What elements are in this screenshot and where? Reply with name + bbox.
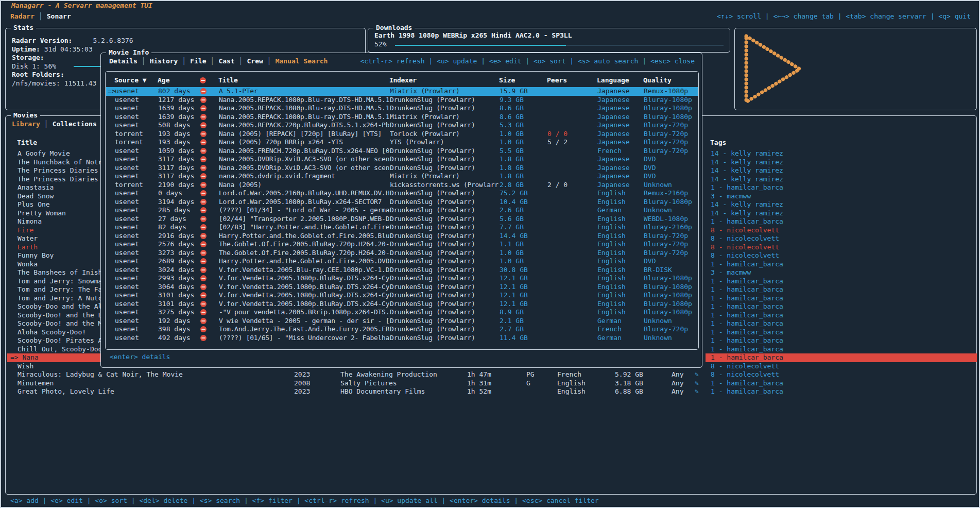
search-result-row[interactable]: usenet3273 daysThe.Goblet.Of.Fire.2005.B… — [106, 249, 698, 258]
movie-year: 2008 — [294, 379, 310, 388]
header-age[interactable]: Age — [158, 76, 169, 85]
search-result-row[interactable]: torrent193 daysNana (2005) 720p BRRip x2… — [106, 138, 698, 147]
result-language: English — [597, 249, 626, 258]
search-result-row[interactable]: usenet82 days[02/83] "Harry.Potter.and.t… — [106, 223, 698, 232]
search-result-row[interactable]: usenet3275 days-"V pour vendetta.2005.BR… — [106, 308, 698, 317]
result-title: V.for.Vendetta.2005.1080p.BluRay.DTS.x26… — [219, 291, 389, 300]
result-indexer: DrunkenSlug (Prowlarr) — [390, 334, 499, 343]
movie-row[interactable]: Great Photo, Lovely Life2023HBO Document… — [6, 387, 976, 396]
result-title: Nana.2005.DVDRip.XviD.AC3-SVO (or other … — [219, 155, 389, 164]
movie-title: Chill Out, Scooby-Doo — [7, 345, 102, 354]
result-quality: Bluray-720p — [644, 138, 688, 147]
modal-tab-cast[interactable]: Cast — [218, 57, 234, 65]
result-title: The.Goblet.Of.Fire.2005.BluRay.720p.H264… — [219, 249, 389, 258]
result-language: English — [597, 198, 626, 207]
search-result-row[interactable]: usenet398 daysTom.And.Jerry.The.Fast.And… — [106, 325, 698, 334]
rejected-icon — [200, 257, 207, 266]
tab-separator: │ — [182, 57, 186, 65]
header-indexer[interactable]: Indexer — [389, 76, 498, 85]
rejected-icon — [200, 164, 207, 173]
modal-tab-file[interactable]: File — [190, 57, 206, 65]
result-quality: Bluray-1080p — [644, 308, 692, 317]
result-age: 1639 days — [158, 113, 194, 122]
search-result-row[interactable]: usenet3101 daysV.for.Vendetta.2005.1080p… — [106, 300, 698, 309]
search-result-row[interactable]: usenet0 daysLord.of.War.2005.2160p.BluRa… — [106, 189, 698, 198]
search-result-row[interactable]: usenet192 daysV wie Vendetta - 2005 - ge… — [106, 317, 698, 326]
result-source: usenet — [115, 334, 139, 343]
movie-size: 6.88 GB — [615, 387, 643, 396]
rejected-icon — [200, 198, 207, 207]
search-result-row[interactable]: usenet2689 daysHarry.Potter.and.the.Gobl… — [106, 257, 698, 266]
search-result-row[interactable]: torrent2190 daysNana (2005)kickasstorren… — [106, 181, 698, 190]
rejected-icon — [200, 274, 207, 283]
movie-tag: 1 - hamilcar_barca — [706, 294, 977, 303]
app-title: Managarr - A Servarr management TUI — [8, 2, 156, 10]
tab-collections[interactable]: Collections — [53, 120, 97, 128]
result-quality: Unknown — [644, 334, 672, 343]
result-quality: WEBDL-1080p — [644, 215, 688, 224]
result-age: 193 days — [158, 130, 191, 139]
search-result-row[interactable]: usenet2993 daysV.for.Vendetta.2005.1080p… — [106, 274, 698, 283]
search-result-row[interactable]: usenet492 days(????) [01/65] - "Miss Und… — [106, 334, 698, 343]
search-result-row[interactable]: usenet3117 daysNana.2005.DVDRip.XviD.AC3… — [106, 155, 698, 164]
search-result-row[interactable]: usenet1639 daysNana.2005.REPACK.1080p.Bl… — [106, 104, 698, 113]
movie-row[interactable]: Miraculous: Ladybug & Cat Noir, The Movi… — [6, 370, 976, 379]
search-result-row[interactable]: usenet285 days(????) [01/34] - "Lord of … — [106, 206, 698, 215]
search-result-row[interactable]: usenet3101 daysV.for.Vendetta.2005.1080p… — [106, 291, 698, 300]
movie-size: 3.18 GB — [615, 379, 643, 388]
result-age: 0 days — [158, 189, 182, 198]
search-result-row[interactable]: usenet3024 daysV.for.Vendetta.2005.Blu-r… — [106, 266, 698, 275]
result-age: 285 days — [158, 206, 191, 215]
modal-tab-history[interactable]: History — [150, 57, 178, 65]
search-result-row[interactable]: usenet1639 daysNana.2005.REPACK.1080p.Bl… — [106, 113, 698, 122]
movie-quality-profile: Any — [672, 370, 683, 379]
header-language[interactable]: Language — [597, 76, 629, 85]
search-result-row[interactable]: usenet1217 daysNana.2005.REPACK.1080p.Bl… — [106, 96, 698, 105]
rejected-icon — [200, 181, 207, 190]
movie-size: 5.92 GB — [615, 370, 643, 379]
downloads-panel: Downloads Earth 1998 1080p WEBRip x265 H… — [368, 28, 730, 53]
result-quality: Bluray-1080p — [644, 96, 692, 105]
search-result-row[interactable]: usenet3194 daysLord.of.War.2005.1080p.Bl… — [106, 198, 698, 207]
result-source: usenet — [115, 96, 139, 105]
modal-tab-details[interactable]: Details — [109, 57, 137, 65]
movie-tag: 1 - hamilcar_barca — [706, 345, 977, 354]
download-item[interactable]: Earth 1998 1080p WEBRip x265 Hindi AAC2.… — [374, 31, 725, 40]
result-title: A 5.1-PTer — [219, 87, 389, 96]
search-result-row[interactable]: usenet508 daysNana.2005.REPACK.720p.BluR… — [106, 121, 698, 130]
tab-library[interactable]: Library — [12, 120, 40, 128]
search-result-row[interactable]: usenet3117 daysnana.2005.dvdrip.xvid.fra… — [106, 172, 698, 181]
modal-tab-crew[interactable]: Crew — [247, 57, 263, 65]
header-source[interactable]: Source ▼ — [114, 76, 147, 85]
result-age: 2993 days — [158, 274, 194, 283]
header-quality[interactable]: Quality — [643, 76, 672, 85]
result-indexer: kickasstorrents.ws (Prowlarr — [390, 181, 499, 190]
no-entry-icon — [200, 156, 207, 162]
search-result-row[interactable]: torrent193 daysNana (2005) [REPACK] [720… — [106, 130, 698, 139]
result-title: Lord.of.War.2005.1080p.BluRay.x264-SECTO… — [219, 198, 389, 207]
movie-title: Scooby-Doo! and the M — [7, 319, 102, 328]
search-result-row[interactable]: usenet2916 daysHarry.Potter.and.the.Gobl… — [106, 232, 698, 241]
search-result-row[interactable]: usenet2576 daysThe.Goblet.Of.Fire.2005.B… — [106, 240, 698, 249]
search-result-row[interactable]: usenet3064 daysV.for.Vendetta.2005.1080p… — [106, 283, 698, 292]
result-quality: Bluray-1080p — [644, 300, 692, 309]
movie-title: Water — [7, 234, 38, 243]
result-age: 3275 days — [158, 308, 194, 317]
header-title[interactable]: Title — [218, 76, 389, 85]
no-entry-icon — [200, 77, 206, 83]
logo-panel — [734, 28, 977, 110]
search-result-row[interactable]: usenet3117 daysNana.2005.DVDRip.XviD.AC3… — [106, 164, 698, 173]
result-language: English — [597, 283, 626, 292]
header-size[interactable]: Size — [499, 76, 515, 85]
search-result-row[interactable]: usenet1059 daysNana.2005.FRENCH.720p.Blu… — [106, 147, 698, 156]
result-indexer: DrunkenSlug (Prowlarr) — [390, 147, 499, 156]
search-result-row[interactable]: =>usenet802 daysA 5.1-PTerMiatrix (Prowl… — [106, 87, 698, 96]
tab-sonarr[interactable]: Sonarr — [47, 12, 71, 20]
result-age: 192 days — [158, 317, 191, 326]
movie-row[interactable]: Minutemen2008Salty Pictures1h 31mGEnglis… — [6, 379, 976, 388]
tab-radarr[interactable]: Radarr — [10, 12, 35, 20]
modal-tab-manual-search[interactable]: Manual Search — [276, 57, 328, 65]
download-progress-gauge — [395, 45, 724, 46]
search-result-row[interactable]: usenet27 days[02/44] "Transporter 2.2005… — [106, 215, 698, 224]
header-peers[interactable]: Peers — [547, 76, 567, 85]
